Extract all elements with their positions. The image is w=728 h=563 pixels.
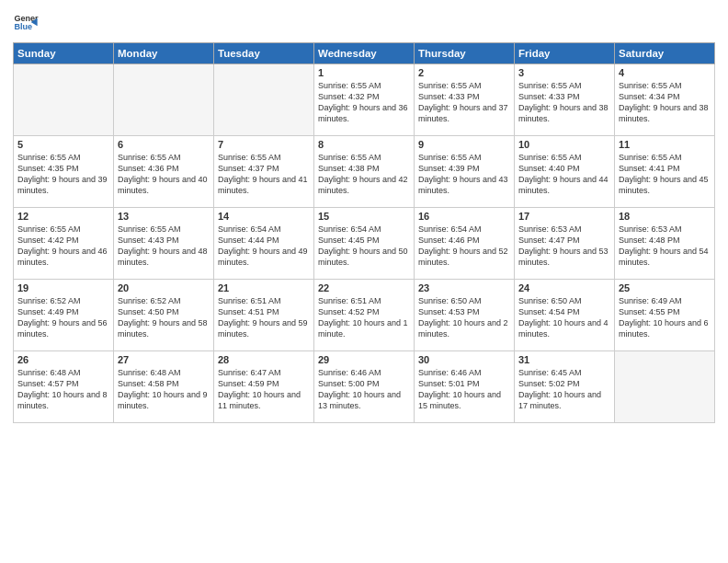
calendar-cell: 4Sunrise: 6:55 AM Sunset: 4:34 PM Daylig…: [615, 64, 715, 136]
svg-text:Blue: Blue: [14, 22, 32, 31]
day-number: 25: [619, 282, 711, 293]
calendar-cell: 25Sunrise: 6:49 AM Sunset: 4:55 PM Dayli…: [615, 280, 715, 351]
calendar-cell: 16Sunrise: 6:54 AM Sunset: 4:46 PM Dayli…: [415, 208, 515, 280]
day-number: 23: [418, 282, 510, 293]
day-number: 5: [17, 139, 109, 150]
col-header-wednesday: Wednesday: [314, 43, 415, 64]
day-number: 2: [418, 67, 510, 78]
day-number: 31: [518, 354, 610, 365]
cell-content: Sunrise: 6:52 AM Sunset: 4:49 PM Dayligh…: [17, 295, 109, 340]
calendar-cell: 27Sunrise: 6:48 AM Sunset: 4:58 PM Dayli…: [114, 351, 214, 423]
calendar-cell: 8Sunrise: 6:55 AM Sunset: 4:38 PM Daylig…: [314, 136, 415, 208]
calendar-cell: 26Sunrise: 6:48 AM Sunset: 4:57 PM Dayli…: [14, 351, 114, 423]
cell-content: Sunrise: 6:45 AM Sunset: 5:02 PM Dayligh…: [518, 367, 610, 412]
day-number: 20: [118, 282, 210, 293]
cell-content: Sunrise: 6:51 AM Sunset: 4:51 PM Dayligh…: [218, 295, 310, 340]
day-number: 12: [17, 211, 109, 222]
day-number: 17: [518, 211, 610, 222]
day-number: 13: [118, 211, 210, 222]
cell-content: Sunrise: 6:55 AM Sunset: 4:36 PM Dayligh…: [118, 152, 210, 197]
cell-content: Sunrise: 6:53 AM Sunset: 4:47 PM Dayligh…: [518, 224, 610, 269]
day-number: 21: [218, 282, 310, 293]
col-header-thursday: Thursday: [415, 43, 515, 64]
day-number: 15: [318, 211, 410, 222]
week-row-3: 12Sunrise: 6:55 AM Sunset: 4:42 PM Dayli…: [14, 208, 715, 280]
week-row-1: 1Sunrise: 6:55 AM Sunset: 4:32 PM Daylig…: [14, 64, 715, 136]
calendar-cell: 9Sunrise: 6:55 AM Sunset: 4:39 PM Daylig…: [415, 136, 515, 208]
cell-content: Sunrise: 6:55 AM Sunset: 4:33 PM Dayligh…: [518, 80, 610, 125]
day-number: 28: [218, 354, 310, 365]
calendar-cell: [615, 351, 715, 423]
calendar-table: SundayMondayTuesdayWednesdayThursdayFrid…: [13, 42, 715, 423]
day-number: 26: [17, 354, 109, 365]
cell-content: Sunrise: 6:55 AM Sunset: 4:40 PM Dayligh…: [518, 152, 610, 197]
cell-content: Sunrise: 6:53 AM Sunset: 4:48 PM Dayligh…: [619, 224, 711, 269]
calendar-cell: 11Sunrise: 6:55 AM Sunset: 4:41 PM Dayli…: [615, 136, 715, 208]
calendar-cell: 18Sunrise: 6:53 AM Sunset: 4:48 PM Dayli…: [615, 208, 715, 280]
cell-content: Sunrise: 6:50 AM Sunset: 4:54 PM Dayligh…: [518, 295, 610, 340]
day-number: 29: [318, 354, 410, 365]
cell-content: Sunrise: 6:55 AM Sunset: 4:33 PM Dayligh…: [418, 80, 510, 125]
calendar-cell: 12Sunrise: 6:55 AM Sunset: 4:42 PM Dayli…: [14, 208, 114, 280]
cell-content: Sunrise: 6:46 AM Sunset: 5:00 PM Dayligh…: [318, 367, 410, 412]
col-header-saturday: Saturday: [615, 43, 715, 64]
calendar-cell: 17Sunrise: 6:53 AM Sunset: 4:47 PM Dayli…: [515, 208, 615, 280]
day-number: 3: [518, 67, 610, 78]
day-number: 19: [17, 282, 109, 293]
calendar-cell: 1Sunrise: 6:55 AM Sunset: 4:32 PM Daylig…: [314, 64, 415, 136]
cell-content: Sunrise: 6:55 AM Sunset: 4:43 PM Dayligh…: [118, 224, 210, 269]
calendar-cell: 28Sunrise: 6:47 AM Sunset: 4:59 PM Dayli…: [214, 351, 314, 423]
col-header-monday: Monday: [114, 43, 214, 64]
calendar-cell: 6Sunrise: 6:55 AM Sunset: 4:36 PM Daylig…: [114, 136, 214, 208]
cell-content: Sunrise: 6:52 AM Sunset: 4:50 PM Dayligh…: [118, 295, 210, 340]
day-number: 9: [418, 139, 510, 150]
calendar-cell: 30Sunrise: 6:46 AM Sunset: 5:01 PM Dayli…: [415, 351, 515, 423]
calendar-cell: 29Sunrise: 6:46 AM Sunset: 5:00 PM Dayli…: [314, 351, 415, 423]
calendar-cell: 22Sunrise: 6:51 AM Sunset: 4:52 PM Dayli…: [314, 280, 415, 351]
col-header-friday: Friday: [515, 43, 615, 64]
calendar-cell: [14, 64, 114, 136]
calendar-cell: 31Sunrise: 6:45 AM Sunset: 5:02 PM Dayli…: [515, 351, 615, 423]
calendar-cell: 14Sunrise: 6:54 AM Sunset: 4:44 PM Dayli…: [214, 208, 314, 280]
logo: General Blue: [13, 9, 39, 35]
calendar-cell: 13Sunrise: 6:55 AM Sunset: 4:43 PM Dayli…: [114, 208, 214, 280]
cell-content: Sunrise: 6:48 AM Sunset: 4:57 PM Dayligh…: [17, 367, 109, 412]
col-header-sunday: Sunday: [14, 43, 114, 64]
cell-content: Sunrise: 6:55 AM Sunset: 4:35 PM Dayligh…: [17, 152, 109, 197]
cell-content: Sunrise: 6:54 AM Sunset: 4:45 PM Dayligh…: [318, 224, 410, 269]
day-number: 22: [318, 282, 410, 293]
cell-content: Sunrise: 6:55 AM Sunset: 4:41 PM Dayligh…: [619, 152, 711, 197]
day-number: 8: [318, 139, 410, 150]
calendar-cell: 10Sunrise: 6:55 AM Sunset: 4:40 PM Dayli…: [515, 136, 615, 208]
day-number: 6: [118, 139, 210, 150]
cell-content: Sunrise: 6:55 AM Sunset: 4:39 PM Dayligh…: [418, 152, 510, 197]
day-number: 27: [118, 354, 210, 365]
week-row-4: 19Sunrise: 6:52 AM Sunset: 4:49 PM Dayli…: [14, 280, 715, 351]
col-header-tuesday: Tuesday: [214, 43, 314, 64]
calendar-header-row: SundayMondayTuesdayWednesdayThursdayFrid…: [14, 43, 715, 64]
cell-content: Sunrise: 6:55 AM Sunset: 4:37 PM Dayligh…: [218, 152, 310, 197]
day-number: 1: [318, 67, 410, 78]
calendar-cell: 3Sunrise: 6:55 AM Sunset: 4:33 PM Daylig…: [515, 64, 615, 136]
cell-content: Sunrise: 6:55 AM Sunset: 4:42 PM Dayligh…: [17, 224, 109, 269]
calendar-cell: 20Sunrise: 6:52 AM Sunset: 4:50 PM Dayli…: [114, 280, 214, 351]
cell-content: Sunrise: 6:48 AM Sunset: 4:58 PM Dayligh…: [118, 367, 210, 412]
day-number: 4: [619, 67, 711, 78]
day-number: 10: [518, 139, 610, 150]
day-number: 24: [518, 282, 610, 293]
calendar-cell: 5Sunrise: 6:55 AM Sunset: 4:35 PM Daylig…: [14, 136, 114, 208]
day-number: 30: [418, 354, 510, 365]
cell-content: Sunrise: 6:54 AM Sunset: 4:44 PM Dayligh…: [218, 224, 310, 269]
cell-content: Sunrise: 6:51 AM Sunset: 4:52 PM Dayligh…: [318, 295, 410, 340]
page-container: General Blue SundayMondayTuesdayWednesda…: [0, 0, 728, 563]
header: General Blue: [13, 9, 715, 35]
cell-content: Sunrise: 6:55 AM Sunset: 4:38 PM Dayligh…: [318, 152, 410, 197]
cell-content: Sunrise: 6:50 AM Sunset: 4:53 PM Dayligh…: [418, 295, 510, 340]
calendar-cell: [214, 64, 314, 136]
day-number: 14: [218, 211, 310, 222]
calendar-cell: 15Sunrise: 6:54 AM Sunset: 4:45 PM Dayli…: [314, 208, 415, 280]
week-row-2: 5Sunrise: 6:55 AM Sunset: 4:35 PM Daylig…: [14, 136, 715, 208]
calendar-cell: 7Sunrise: 6:55 AM Sunset: 4:37 PM Daylig…: [214, 136, 314, 208]
cell-content: Sunrise: 6:55 AM Sunset: 4:32 PM Dayligh…: [318, 80, 410, 125]
logo-icon: General Blue: [13, 9, 39, 35]
